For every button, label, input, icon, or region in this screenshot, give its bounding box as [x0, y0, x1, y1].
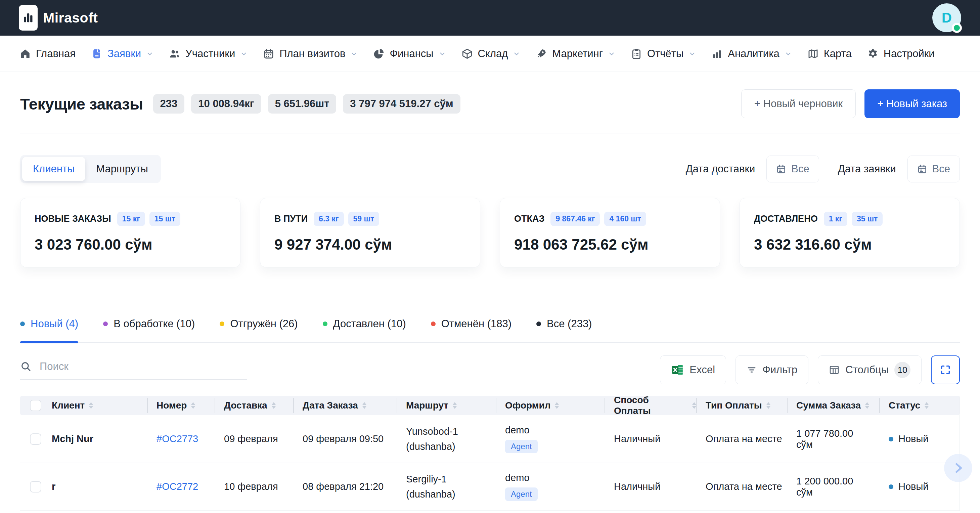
total-weight-badge: 10 008.94кг [191, 94, 261, 113]
tab-label: Все (233) [547, 318, 592, 330]
user-avatar[interactable]: D [932, 3, 961, 32]
map-icon [807, 48, 819, 59]
request-date-button[interactable]: Все [907, 156, 960, 182]
column-header-delivery[interactable]: Доставка [215, 400, 293, 411]
nav-item-finance[interactable]: Финансы [373, 48, 445, 60]
status-dot [220, 322, 224, 326]
nav-item-marketing[interactable]: Маркетинг [536, 48, 615, 60]
card-title: НОВЫЕ ЗАКАЗЫ [35, 213, 111, 224]
delivery-date-filter: Дата доставки Все [686, 156, 819, 182]
card-qty-badge: 59 шт [348, 212, 379, 226]
column-label: Доставка [224, 400, 267, 411]
toggle-clients[interactable]: Клиенты [22, 157, 85, 181]
order-date: 08 февраля 21:20 [302, 481, 383, 492]
page: Mirasoft D Главная Заявки Участники План… [0, 0, 980, 513]
new-order-button[interactable]: + Новый заказ [864, 89, 960, 118]
tab-delivered[interactable]: Доставлен (10) [323, 318, 406, 342]
filter-button[interactable]: Фильтр [735, 355, 808, 384]
column-header-payment-method[interactable]: Способ Оплаты [605, 395, 696, 416]
table-columns-icon [829, 365, 840, 375]
new-draft-button[interactable]: + Новый черновик [741, 89, 856, 118]
nav-item-warehouse[interactable]: Склад [461, 48, 520, 60]
column-header-route[interactable]: Маршрут [397, 400, 496, 411]
stat-card-in-transit: В ПУТИ 6.3 кг 59 шт 9 927 374.00 сўм [260, 198, 480, 268]
select-all-checkbox[interactable] [30, 400, 41, 411]
route-name: Yunsobod-1 [406, 426, 458, 437]
order-number-link[interactable]: #OC2772 [156, 481, 198, 492]
rocket-icon [536, 48, 547, 59]
status-dot [889, 437, 893, 441]
orders-count-badge: 233 [153, 94, 185, 113]
nav-item-participants[interactable]: Участники [169, 48, 248, 60]
order-number-link[interactable]: #OC2773 [156, 433, 198, 444]
sort-icon [89, 402, 93, 409]
column-label: Маршрут [406, 400, 449, 411]
route-day: (dushanba) [406, 489, 455, 500]
sort-icon [272, 402, 276, 409]
nav-label: Участники [185, 48, 235, 60]
sort-icon [555, 402, 559, 409]
nav-item-settings[interactable]: Настройки [867, 48, 935, 60]
column-header-payment-type[interactable]: Тип Оплаты [696, 400, 787, 411]
page-title: Текущие заказы [20, 95, 143, 113]
columns-button[interactable]: Столбцы 10 [818, 355, 921, 384]
search-input[interactable] [40, 360, 247, 373]
row-checkbox[interactable] [30, 481, 41, 492]
sort-icon [453, 402, 457, 409]
tab-processing[interactable]: В обработке (10) [103, 318, 195, 342]
tab-all[interactable]: Все (233) [536, 318, 592, 342]
stat-cards: НОВЫЕ ЗАКАЗЫ 15 кг 15 шт 3 023 760.00 сў… [20, 198, 960, 268]
row-checkbox[interactable] [30, 433, 41, 445]
agent: demoAgent [505, 472, 538, 501]
tab-cancelled[interactable]: Отменён (183) [431, 318, 511, 342]
nav-item-reports[interactable]: Отчёты [631, 48, 696, 60]
delivery-date-button[interactable]: Все [767, 156, 819, 182]
tab-label: В обработке (10) [113, 318, 195, 330]
main-navigation: Главная Заявки Участники План визитов Фи… [0, 36, 980, 72]
nav-item-map[interactable]: Карта [807, 48, 852, 60]
nav-item-orders[interactable]: Заявки [91, 48, 153, 60]
column-header-client[interactable]: Клиент [46, 400, 147, 411]
scroll-right-button[interactable] [944, 454, 972, 482]
document-icon [91, 48, 102, 59]
request-date-label: Дата заявки [838, 163, 896, 175]
nav-label: Отчёты [647, 48, 683, 60]
card-weight-badge: 1 кг [824, 212, 847, 226]
nav-label: Заявки [107, 48, 141, 60]
column-label: Номер [156, 400, 187, 411]
title-actions: + Новый черновик + Новый заказ [741, 89, 960, 118]
payment-method: Наличный [614, 481, 660, 492]
route: Yunsobod-1(dushanba) [406, 424, 458, 454]
column-header-order-date[interactable]: Дата Заказа [293, 400, 397, 411]
column-header-number[interactable]: Номер [147, 400, 215, 411]
status-dot [889, 484, 893, 489]
card-amount: 9 927 374.00 сўм [274, 236, 466, 253]
order-amount: 1 077 780.00 сўм [796, 428, 869, 450]
column-header-status[interactable]: Статус [879, 400, 960, 411]
table-row[interactable]: r #OC2772 10 февраля 08 февраля 21:20 Se… [20, 463, 959, 511]
column-header-agent[interactable]: Оформил [496, 400, 605, 411]
fullscreen-button[interactable] [931, 355, 960, 384]
request-date-filter: Дата заявки Все [838, 156, 960, 182]
total-sum-badge: 3 797 974 519.27 сўм [343, 94, 460, 113]
tab-label: Новый (4) [30, 318, 78, 330]
excel-export-button[interactable]: Excel [660, 355, 726, 384]
nav-item-visit-plan[interactable]: План визитов [263, 48, 358, 60]
tab-shipped[interactable]: Отгружён (26) [220, 318, 298, 342]
brand-logo[interactable]: Mirasoft [19, 5, 98, 30]
toggle-routes[interactable]: Маршруты [85, 157, 159, 181]
column-header-amount[interactable]: Сумма Заказа [787, 400, 879, 411]
nav-item-analytics[interactable]: Аналитика [711, 48, 792, 60]
tab-new[interactable]: Новый (4) [20, 318, 78, 342]
table-row[interactable]: Mchj Nur #OC2773 09 февраля 09 февраля 0… [20, 415, 959, 463]
chevron-down-icon [439, 50, 446, 57]
excel-icon [671, 363, 684, 376]
card-amount: 3 632 316.60 сўм [754, 236, 945, 253]
toolbar-actions: Excel Фильтр Столбцы 10 [660, 355, 960, 384]
card-weight-badge: 6.3 кг [314, 212, 344, 226]
card-weight-badge: 15 кг [117, 212, 145, 226]
nav-label: Карта [824, 48, 852, 60]
agent-name: demo [505, 425, 530, 435]
nav-item-home[interactable]: Главная [19, 48, 76, 60]
order-date: 09 февраля 09:50 [302, 433, 383, 444]
